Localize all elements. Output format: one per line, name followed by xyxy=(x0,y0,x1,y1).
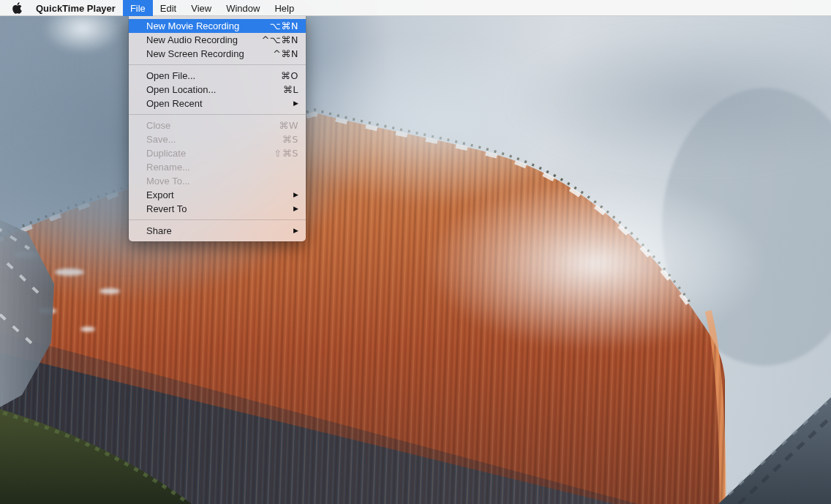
menu-item-label: Duplicate xyxy=(146,146,186,160)
menu-item-label: New Audio Recording xyxy=(146,33,238,47)
apple-logo-icon xyxy=(12,2,22,14)
menubar-menu-file[interactable]: File xyxy=(123,0,153,16)
menu-item-label: Export xyxy=(146,188,174,202)
desktop-wallpaper[interactable] xyxy=(0,0,831,504)
menubar-menu-help[interactable]: Help xyxy=(267,0,301,16)
submenu-arrow-icon: ▶ xyxy=(293,202,298,216)
menu-item-label: Rename... xyxy=(146,160,190,174)
menu-item-revert-to[interactable]: Revert To ▶ xyxy=(129,202,306,216)
menu-item-new-movie-recording[interactable]: New Movie Recording ⌥⌘N xyxy=(129,19,306,33)
menu-item-shortcut: ⌘O xyxy=(281,69,298,83)
menu-separator xyxy=(129,219,306,220)
menu-item-shortcut: ^⌥⌘N xyxy=(261,33,298,47)
menu-item-label: Open Recent xyxy=(146,97,203,110)
menu-item-label: New Movie Recording xyxy=(146,19,239,33)
menu-item-duplicate: Duplicate ⇧⌘S xyxy=(129,146,306,160)
menu-item-close: Close ⌘W xyxy=(129,119,306,132)
menu-item-shortcut: ^⌘N xyxy=(273,47,298,61)
menubar-menu-edit[interactable]: Edit xyxy=(153,0,184,16)
menu-item-label: Save... xyxy=(146,132,176,146)
menu-item-label: New Screen Recording xyxy=(146,47,244,61)
menu-bar: QuickTime Player File Edit View Window H… xyxy=(0,0,831,16)
menu-item-export[interactable]: Export ▶ xyxy=(129,188,306,202)
menu-item-label: Revert To xyxy=(146,202,187,216)
menu-separator xyxy=(129,64,306,65)
menu-item-open-file[interactable]: Open File... ⌘O xyxy=(129,69,306,83)
menu-item-open-location[interactable]: Open Location... ⌘L xyxy=(129,83,306,97)
apple-menu[interactable] xyxy=(0,0,29,16)
menu-item-label: Move To... xyxy=(146,174,190,188)
menu-item-label: Open File... xyxy=(146,69,195,83)
menu-item-label: Open Location... xyxy=(146,83,216,97)
menu-item-shortcut: ⌥⌘N xyxy=(270,19,298,33)
menu-separator xyxy=(129,114,306,115)
menu-item-open-recent[interactable]: Open Recent ▶ xyxy=(129,97,306,110)
menu-item-shortcut: ⇧⌘S xyxy=(274,146,298,160)
menu-item-share[interactable]: Share ▶ xyxy=(129,224,306,238)
menu-item-new-audio-recording[interactable]: New Audio Recording ^⌥⌘N xyxy=(129,33,306,47)
menu-item-save: Save... ⌘S xyxy=(129,132,306,146)
submenu-arrow-icon: ▶ xyxy=(293,97,298,110)
file-menu-dropdown: New Movie Recording ⌥⌘N New Audio Record… xyxy=(129,16,306,241)
menu-item-label: Share xyxy=(146,224,172,238)
menu-item-shortcut: ⌘L xyxy=(283,83,298,97)
menubar-app-name[interactable]: QuickTime Player xyxy=(29,0,123,16)
submenu-arrow-icon: ▶ xyxy=(293,188,298,202)
menu-item-shortcut: ⌘W xyxy=(279,119,298,132)
desktop: QuickTime Player File Edit View Window H… xyxy=(0,0,831,504)
submenu-arrow-icon: ▶ xyxy=(293,224,298,238)
menubar-menu-window[interactable]: Window xyxy=(219,0,267,16)
menubar-menu-view[interactable]: View xyxy=(184,0,219,16)
menu-item-move-to: Move To... xyxy=(129,174,306,188)
menu-item-rename: Rename... xyxy=(129,160,306,174)
wallpaper-terrain-art xyxy=(0,0,831,504)
menu-item-label: Close xyxy=(146,119,170,132)
menu-item-shortcut: ⌘S xyxy=(282,132,298,146)
menu-item-new-screen-recording[interactable]: New Screen Recording ^⌘N xyxy=(129,47,306,61)
